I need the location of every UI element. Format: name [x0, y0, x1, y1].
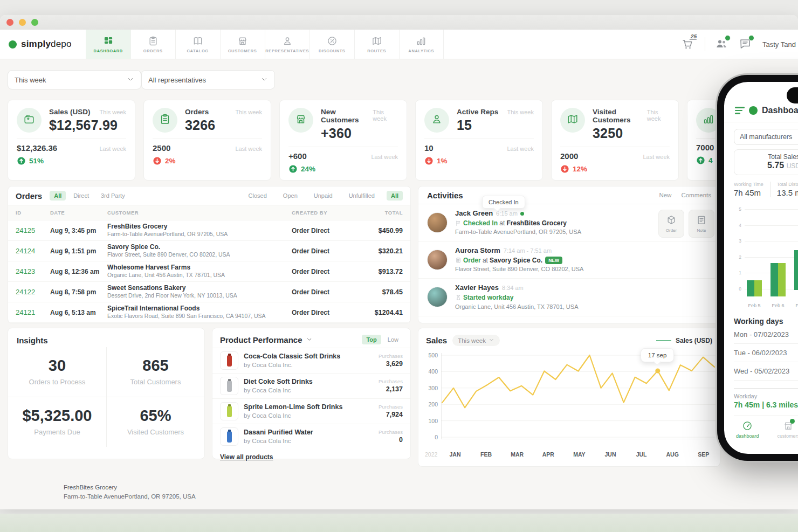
nav-tab-dashboard[interactable]: DASHBOARD [86, 30, 130, 59]
avatar [427, 287, 448, 307]
zoom-window-button[interactable] [31, 19, 38, 26]
y-axis-tick: 2 [734, 254, 741, 260]
kpi-card-new-customers[interactable]: New Customers This week +360 +600 Last w… [279, 100, 407, 181]
notification-dot [725, 35, 731, 41]
activities-link-comments[interactable]: Comments [681, 192, 711, 198]
order-status-unpaid[interactable]: Unpaid [309, 191, 337, 201]
nav-tab-orders[interactable]: ORDERS [130, 30, 175, 59]
representatives-icon [282, 36, 293, 46]
users-icon [715, 43, 728, 52]
gauge-icon [742, 420, 753, 432]
representatives-select[interactable]: All representatives [141, 70, 275, 89]
table-row[interactable]: 24123 Aug 8, 12:36 am Wholesome Harvest … [8, 261, 410, 282]
order-id-link[interactable]: 24121 [16, 308, 50, 316]
view-all-products-link[interactable]: View all products [212, 449, 280, 465]
product-performance-title[interactable]: Product Performance [220, 335, 313, 344]
brand-logo-icon [9, 40, 17, 49]
order-filter-all[interactable]: All [50, 191, 66, 201]
x-axis-label: JUN [604, 451, 616, 458]
order-status-all[interactable]: All [387, 191, 403, 201]
arrow-down-circle-icon [424, 156, 434, 165]
order-status-filters: ClosedOpenUnpaidUnfulfilledAll [244, 191, 403, 201]
product-row[interactable]: Dasani Purified Water by Coca Cola Inc P… [212, 424, 410, 449]
orders-icon [153, 108, 177, 133]
order-status-closed[interactable]: Closed [244, 191, 271, 201]
arrow-up-circle-icon [17, 156, 26, 165]
desktop-bottom-band [0, 514, 798, 532]
minimize-window-button[interactable] [19, 19, 26, 26]
kpi-period-label: This week [235, 109, 262, 115]
activity-item[interactable]: Aurora Storm7:14 am - 7:51 am Order at S… [418, 241, 720, 279]
bar-series-a [794, 250, 798, 290]
nav-tab-customers[interactable]: CUSTOMERS [220, 30, 265, 59]
order-status-open[interactable]: Open [279, 191, 302, 201]
order-filter-direct[interactable]: Direct [69, 191, 93, 201]
order-id-link[interactable]: 24125 [16, 226, 50, 234]
order-id-link[interactable]: 24122 [16, 288, 50, 296]
activity-item[interactable]: Jack Green6:15 am Checked In at FreshBit… [418, 204, 720, 241]
phone-nav-customers[interactable]: customers [778, 420, 798, 439]
menu-icon[interactable] [735, 107, 745, 114]
order-filter-3rd-party[interactable]: 3rd Party [97, 191, 129, 201]
activity-item[interactable]: Xavier Hayes8:34 am Started workday Orga… [418, 279, 720, 316]
cart-icon[interactable]: 25 [681, 37, 695, 51]
order-button[interactable]: Order [658, 210, 684, 238]
account-name[interactable]: Tasty Tand [762, 40, 798, 49]
kpi-value: 15 [457, 118, 534, 133]
routes-icon [560, 108, 585, 133]
activities-link-new[interactable]: New [659, 192, 671, 198]
order-id-link[interactable]: 24124 [16, 247, 50, 255]
gridline [745, 209, 798, 210]
activities-header: Activities New Comments [418, 186, 720, 204]
kpi-value: 3266 [185, 118, 262, 133]
kpi-period-label: This week [373, 109, 398, 122]
product-row[interactable]: Sprite Lemon-Lime Soft Drinks by Coca Co… [212, 398, 410, 424]
activity-item[interactable]: Luna Vega9:22 pm Photo Comment at Sweet … [418, 316, 720, 323]
kpi-period-label: This week [99, 109, 126, 115]
nav-tab-analytics[interactable]: ANALYTICS [399, 30, 444, 59]
kpi-card-active-reps[interactable]: Active Reps This week 15 10 Last week 1% [415, 100, 543, 181]
arrow-up-circle-icon [696, 156, 705, 165]
table-row[interactable]: 24124 Aug 9, 1:51 pm Savory Spice Co. Fl… [8, 241, 410, 261]
product-row[interactable]: Diet Coke Soft Drinks by Coca Cola Inc P… [212, 373, 410, 398]
nav-tab-routes[interactable]: ROUTES [354, 30, 399, 59]
nav-tab-discounts[interactable]: DISCOUNTS [309, 30, 354, 59]
chat-icon[interactable] [739, 37, 753, 51]
phone-nav-dashboard[interactable]: dashboard [736, 420, 759, 439]
kpi-card-sales-usd-[interactable]: Sales (USD) This week $12,567.99 $12,326… [8, 100, 135, 181]
nav-tab-representatives[interactable]: REPRESENTATIVES [265, 30, 309, 59]
sales-line-chart [441, 353, 716, 439]
working-day-row[interactable]: Mon - 07/02/2023 [734, 326, 798, 344]
phone-bar-chart: 543210Feb 5Feb 6Feb 7 [734, 205, 798, 308]
workday-summary: Workday 7h 45m | 6.3 miles [734, 388, 798, 414]
close-window-button[interactable] [6, 19, 13, 26]
order-status-unfulfilled[interactable]: Unfulfilled [345, 191, 379, 201]
sales-period-select[interactable]: This week [452, 335, 500, 346]
order-id-link[interactable]: 24123 [16, 267, 50, 275]
orders-icon [148, 36, 159, 46]
table-row[interactable]: 24125 Aug 9, 3:45 pm FreshBites Grocery … [8, 220, 410, 241]
customers-notifications-icon[interactable] [715, 37, 729, 51]
table-row[interactable]: 24121 Aug 6, 5:13 am SpiceTrail Internat… [8, 302, 410, 323]
table-row[interactable]: 24122 Aug 8, 7:58 pm Sweet Sensations Ba… [8, 282, 410, 302]
dashboard-content: This week All representatives Sales (USD… [0, 59, 798, 509]
hourglass-icon [455, 294, 462, 301]
legend-line-swatch [656, 340, 671, 341]
product-filter-top[interactable]: Top [362, 335, 381, 344]
brand-logo[interactable]: simplydepo [0, 30, 86, 59]
nav-tab-catalog[interactable]: CATALOG [175, 30, 220, 59]
x-axis-label: 2022 [425, 451, 437, 458]
working-day-row[interactable]: Tue - 06/02/2023 [734, 344, 798, 362]
sales-chart-panel: Sales This week Sales (USD) 010020030040… [418, 328, 720, 467]
orders-panel: Orders AllDirect3rd Party ClosedOpenUnpa… [8, 186, 411, 323]
x-axis-label: Feb 6 [772, 303, 784, 308]
kpi-card-visited-customers[interactable]: Visited Customers This week 3250 2000 La… [551, 100, 679, 181]
kpi-card-orders[interactable]: Orders This week 3266 2500 Last week 2% [143, 100, 271, 181]
customers-icon [237, 36, 248, 46]
working-day-row[interactable]: Wed - 05/02/2023 [734, 362, 798, 381]
manufacturers-select[interactable]: All manufacturers [734, 129, 798, 145]
product-row[interactable]: Coca-Cola Classic Soft Drinks by Coca Co… [212, 348, 410, 373]
note-button[interactable]: Note [689, 210, 714, 238]
product-filter-low[interactable]: Low [383, 335, 403, 344]
period-select[interactable]: This week [8, 70, 141, 89]
